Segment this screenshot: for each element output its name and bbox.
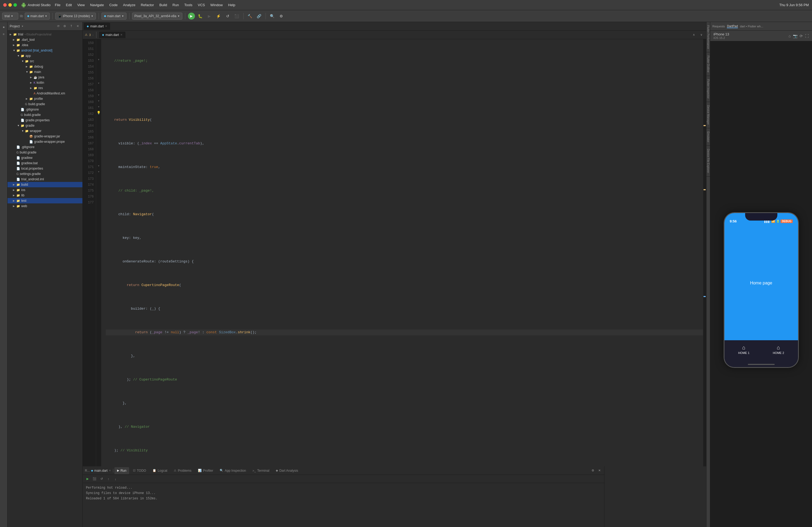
list-item[interactable]: ▶ 📁 build — [8, 182, 83, 187]
vertical-tab-flutter-performance[interactable]: Flutter Performance — [707, 22, 710, 52]
settings-button[interactable]: ⚙ — [278, 12, 285, 20]
list-item[interactable]: ▶ G build.gradle — [8, 102, 83, 107]
tab-problems[interactable]: ⚠ Problems — [171, 467, 194, 474]
search-button[interactable]: 🔍 — [269, 12, 276, 20]
menu-help[interactable]: Help — [226, 2, 238, 8]
code-content[interactable]: //return _page!; return Visibility( visi… — [102, 39, 703, 466]
menu-navigate[interactable]: Navigate — [88, 2, 106, 8]
menu-window[interactable]: Window — [208, 2, 225, 8]
run-toolbar-stop-icon[interactable]: ⬛ — [92, 476, 97, 482]
menu-file[interactable]: File — [53, 2, 62, 8]
vertical-tab-device-manager[interactable]: Device Manager — [707, 102, 710, 128]
list-item[interactable]: ▶ 📄 .gitignore — [8, 107, 83, 112]
maximize-button[interactable] — [13, 3, 17, 7]
tree-root[interactable]: ▶ 📁 trial ~/StudioProjects/trial — [8, 32, 83, 37]
run-toolbar-rerun-icon[interactable]: ↺ — [99, 476, 104, 482]
list-item[interactable]: ▶ 📁 ios — [8, 187, 83, 193]
menu-tools[interactable]: Tools — [182, 2, 194, 8]
expand-icon[interactable]: ⛶ — [805, 34, 809, 38]
list-item[interactable]: ▶ 📄 .gitignore — [8, 144, 83, 150]
tab-close-icon-2[interactable]: ✕ — [120, 33, 122, 36]
toolbar-file-tab[interactable]: ◆ main.dart ▼ — [25, 13, 50, 19]
menu-refactor[interactable]: Refactor — [139, 2, 156, 8]
chevron-up-icon[interactable]: ∧ — [691, 32, 697, 37]
stop-button[interactable]: ⬛ — [233, 12, 241, 20]
vertical-tab-flutter-outline[interactable]: Flutter Outline — [707, 52, 710, 76]
list-item[interactable]: ▼ 📁 app — [8, 53, 83, 59]
menu-build[interactable]: Build — [157, 2, 169, 8]
gear-icon[interactable]: ⚙ — [62, 24, 68, 29]
list-item[interactable]: ▶ 📄 gradlew — [8, 155, 83, 161]
chevron-down-icon6[interactable]: ∨ — [699, 32, 704, 37]
list-item[interactable]: ▶ A AndroidManifest.xm — [8, 91, 83, 96]
list-item[interactable]: ▼ 📁 wrapper — [8, 128, 83, 134]
list-item[interactable]: ▶ K kotlin — [8, 80, 83, 85]
menu-run[interactable]: Run — [170, 2, 181, 8]
list-item[interactable]: ▼ 📁 android [trial_android] — [8, 48, 83, 53]
collapse-icon[interactable]: ⤒ — [69, 24, 74, 29]
favorites-icon[interactable]: ★ — [1, 24, 7, 30]
vertical-tab-emulator[interactable]: Emulator — [707, 128, 710, 146]
tab-requests[interactable]: Requests — [712, 25, 725, 28]
project-dropdown-icon[interactable]: ▼ — [21, 25, 24, 28]
menu-analyze[interactable]: Analyze — [121, 2, 137, 8]
tab-close-run[interactable]: ✕ — [109, 469, 111, 472]
fold-arrow[interactable]: ▼ — [98, 98, 99, 104]
fold-arrow[interactable]: ▼ — [98, 163, 99, 169]
editor-tab-main-dart[interactable]: ◆ main.dart ✕ — [84, 23, 110, 30]
close-panel-icon[interactable]: ✕ — [75, 24, 80, 29]
nav-item-home1[interactable]: ⌂ HOME 1 — [738, 345, 750, 355]
debug-button[interactable]: 🐛 — [197, 12, 204, 20]
tab-close-icon[interactable]: ✕ — [105, 25, 107, 28]
list-item[interactable]: ▶ 📄 local.properties — [8, 166, 83, 171]
list-item[interactable]: ▶ 📄 gradle.properties — [8, 118, 83, 123]
tab-terminal[interactable]: >_ Terminal — [250, 467, 272, 474]
menu-vcs[interactable]: VCS — [196, 2, 207, 8]
tab-run[interactable]: ▶ Run — [114, 467, 129, 474]
fold-arrow[interactable]: ▼ — [98, 169, 99, 175]
list-item[interactable]: ▼ 📁 main — [8, 69, 83, 75]
nav-item-home2[interactable]: ⌂ HOME 2 — [773, 345, 784, 355]
run-config-selector[interactable]: ◆ main.dart ▼ — [102, 13, 127, 19]
sync-icon[interactable]: ⟳ — [56, 24, 61, 29]
bottom-panel-close-icon[interactable]: ✕ — [597, 468, 602, 473]
scroll-down-icon[interactable]: ↓ — [113, 476, 118, 482]
project-selector[interactable]: trial ▼ — [2, 13, 18, 19]
tab-app-inspection[interactable]: 🔍 App Inspection — [217, 467, 249, 474]
tab-profiler[interactable]: 📊 Profiler — [195, 467, 216, 474]
list-item[interactable]: ▶ ☕ java — [8, 75, 83, 80]
scroll-up-icon[interactable]: ↑ — [106, 476, 111, 482]
close-button[interactable] — [3, 3, 7, 7]
run-button[interactable]: ▶ — [188, 13, 195, 19]
list-item[interactable]: ▶ G settings.gradle — [8, 171, 83, 177]
structure-icon[interactable]: ≡ — [1, 31, 7, 37]
fold-arrow[interactable]: ▼ — [98, 80, 99, 86]
vertical-tab-flutter-inspector[interactable]: Flutter Inspector — [707, 76, 710, 102]
list-item[interactable]: ▶ 📁 res — [8, 85, 83, 91]
vertical-tab-device-file-explorer[interactable]: Device File Explorer — [707, 146, 710, 176]
list-item[interactable]: ▼ 📁 gradle — [8, 123, 83, 128]
list-item[interactable]: ▶ 📁 .dart_tool — [8, 37, 83, 42]
tab-todo[interactable]: ☑ TODO — [130, 467, 149, 474]
bottom-panel-settings-icon[interactable]: ⚙ — [590, 468, 596, 473]
list-item[interactable]: ▶ 📁 test — [8, 198, 83, 204]
list-item[interactable]: ▶ 📁 profile — [8, 96, 83, 102]
menu-code[interactable]: Code — [107, 2, 120, 8]
pixel-selector[interactable]: Pixel_3a_API_32_arm64-v8a ▼ — [132, 13, 182, 19]
screenshot-icon[interactable]: 📷 — [793, 34, 798, 38]
menu-edit[interactable]: Edit — [64, 2, 74, 8]
run-with-coverage-button[interactable]: ▶ — [206, 12, 213, 20]
attach-button[interactable]: 🔗 — [255, 12, 263, 20]
list-item[interactable]: ▶ G build.gradle — [8, 112, 83, 118]
list-item[interactable]: ▶ G build.gradle — [8, 150, 83, 155]
list-item[interactable]: ▶ 📄 trial_android.iml — [8, 177, 83, 182]
list-item[interactable]: ▶ 📁 .idea — [8, 42, 83, 48]
list-item[interactable]: ▶ 📁 web — [8, 204, 83, 209]
run-toolbar-run-icon[interactable]: ▶ — [85, 476, 90, 482]
editor-tab-main-dart-2[interactable]: ◆ main.dart ✕ — [99, 32, 126, 38]
minimize-button[interactable] — [8, 3, 12, 7]
hot-restart-button[interactable]: ↺ — [224, 12, 231, 20]
tab-dartpad[interactable]: DartPad — [727, 25, 738, 28]
tab-dart-analysis[interactable]: ◆ Dart Analysis — [273, 467, 301, 474]
tab-logcat[interactable]: 📋 Logcat — [150, 467, 170, 474]
